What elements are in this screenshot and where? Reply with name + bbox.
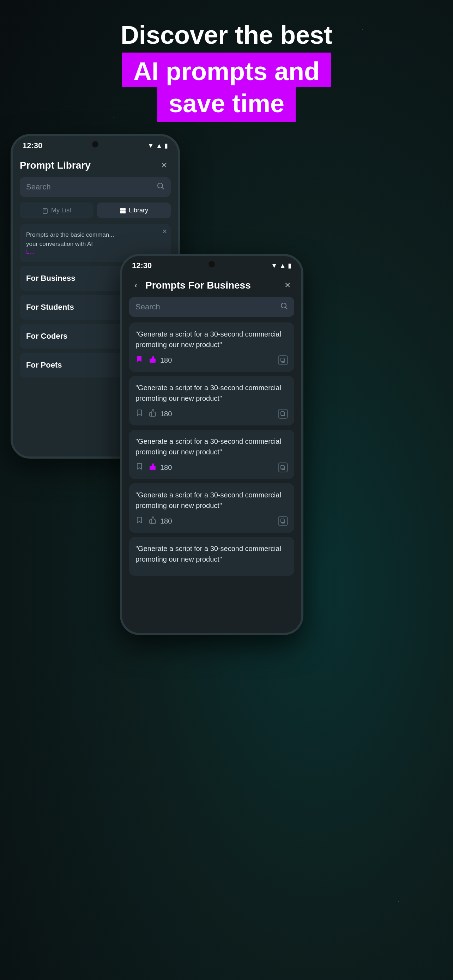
info-card-close[interactable]: ✕ (162, 228, 167, 235)
like-count-3: 180 (160, 517, 172, 525)
like-icon-3[interactable] (149, 516, 157, 527)
copy-icon-1[interactable] (278, 409, 288, 419)
like-group-1: 180 (149, 409, 172, 419)
front-header: ‹ Prompts For Business ✕ (129, 273, 294, 297)
tab-library[interactable]: Library (97, 202, 171, 218)
copy-icon-2[interactable] (278, 463, 288, 473)
back-close-button[interactable]: ✕ (157, 159, 171, 172)
svg-rect-6 (120, 211, 123, 213)
signal-icon-front: ▲ (280, 262, 286, 269)
status-icons-back: ▼ ▲ ▮ (148, 142, 168, 150)
learn-more-link[interactable]: L... (26, 248, 35, 255)
phone-front: 12:30 ▼ ▲ ▮ ‹ Prompts For Business ✕ Sea… (120, 254, 304, 635)
bookmark-icon-3[interactable] (135, 516, 143, 526)
front-title: Prompts For Business (145, 280, 251, 291)
back-title: Prompt Library (20, 160, 91, 171)
front-search-bar[interactable]: Search (129, 297, 294, 317)
prompt-text-2: "Generate a script for a 30-second comme… (135, 436, 288, 457)
phone-front-content: ‹ Prompts For Business ✕ Search "Generat… (122, 273, 301, 628)
battery-icon-back: ▮ (164, 142, 168, 150)
bookmark-icon-0[interactable] (135, 355, 143, 365)
prompt-text-1: "Generate a script for a 30-second comme… (135, 382, 288, 404)
info-card-text: Prompts are the basic comman...your conv… (26, 231, 164, 248)
wifi-icon-front: ▼ (271, 262, 277, 269)
like-icon-1[interactable] (149, 409, 157, 419)
prompt-text-4: "Generate a script for a 30-second comme… (135, 543, 288, 565)
like-count-0: 180 (160, 356, 172, 364)
tab-library-label: Library (129, 207, 148, 214)
front-back-button[interactable]: ‹ (129, 279, 143, 292)
tab-my-list[interactable]: My List (20, 202, 94, 218)
svg-rect-7 (123, 208, 126, 211)
like-group-0: 180 (149, 355, 172, 366)
svg-rect-14 (281, 412, 284, 415)
back-header: Prompt Library ✕ (20, 153, 171, 177)
like-icon-2[interactable] (149, 462, 157, 473)
svg-rect-5 (120, 208, 123, 211)
hero-line3: save time (168, 88, 285, 119)
camera-back (92, 141, 99, 148)
like-count-1: 180 (160, 410, 172, 418)
prompt-left-2: 180 (135, 462, 172, 473)
hero-line2: AI prompts and (134, 56, 319, 86)
time-front: 12:30 (132, 261, 152, 270)
category-students-label: For Students (26, 303, 74, 312)
front-search-icon (280, 302, 288, 312)
category-business-label: For Business (26, 274, 75, 283)
prompt-left-1: 180 (135, 409, 172, 419)
front-header-left: ‹ Prompts For Business (129, 279, 251, 292)
prompt-text-3: "Generate a script for a 30-second comme… (135, 490, 288, 511)
back-search-text: Search (26, 182, 157, 192)
svg-rect-8 (123, 211, 126, 213)
prompt-left-0: 180 (135, 355, 172, 366)
copy-icon-0[interactable] (278, 355, 288, 365)
wifi-icon-back: ▼ (148, 142, 154, 150)
prompt-actions-3: 180 (135, 516, 288, 527)
svg-line-1 (162, 188, 164, 189)
back-tabs: My List Library (20, 202, 171, 218)
time-back: 12:30 (22, 141, 42, 150)
front-search-text: Search (135, 302, 280, 312)
like-group-3: 180 (149, 516, 172, 527)
category-poets-label: For Poets (26, 361, 62, 369)
svg-rect-18 (281, 519, 284, 522)
svg-rect-12 (281, 358, 284, 361)
prompt-left-3: 180 (135, 516, 172, 527)
tab-my-list-label: My List (51, 207, 71, 214)
prompt-card-3: "Generate a script for a 30-second comme… (129, 483, 294, 533)
svg-rect-16 (281, 465, 284, 469)
copy-icon-3[interactable] (278, 516, 288, 526)
prompt-card-4: "Generate a script for a 30-second comme… (129, 537, 294, 576)
battery-icon-front: ▮ (288, 262, 291, 269)
prompt-text-0: "Generate a script for a 30-second comme… (135, 329, 288, 350)
prompt-card-0: "Generate a script for a 30-second comme… (129, 323, 294, 372)
like-icon-0[interactable] (149, 355, 157, 366)
bookmark-icon-1[interactable] (135, 409, 143, 419)
prompt-actions-1: 180 (135, 409, 288, 419)
bookmark-icon-2[interactable] (135, 463, 143, 473)
prompt-actions-2: 180 (135, 462, 288, 473)
back-search-icon (157, 182, 164, 192)
camera-front (208, 261, 215, 267)
hero-section: Discover the best AI prompts and save ti… (0, 21, 453, 122)
prompt-actions-0: 180 (135, 355, 288, 366)
back-search-bar[interactable]: Search (20, 177, 171, 197)
like-count-2: 180 (160, 463, 172, 472)
prompt-card-1: "Generate a script for a 30-second comme… (129, 376, 294, 425)
front-close-button[interactable]: ✕ (281, 279, 294, 292)
svg-line-10 (286, 308, 288, 309)
status-icons-front: ▼ ▲ ▮ (271, 262, 291, 269)
category-coders-label: For Coders (26, 332, 67, 340)
like-group-2: 180 (149, 462, 172, 473)
prompt-card-2: "Generate a script for a 30-second comme… (129, 430, 294, 479)
signal-icon-back: ▲ (156, 142, 162, 150)
hero-line1: Discover the best (0, 21, 453, 49)
